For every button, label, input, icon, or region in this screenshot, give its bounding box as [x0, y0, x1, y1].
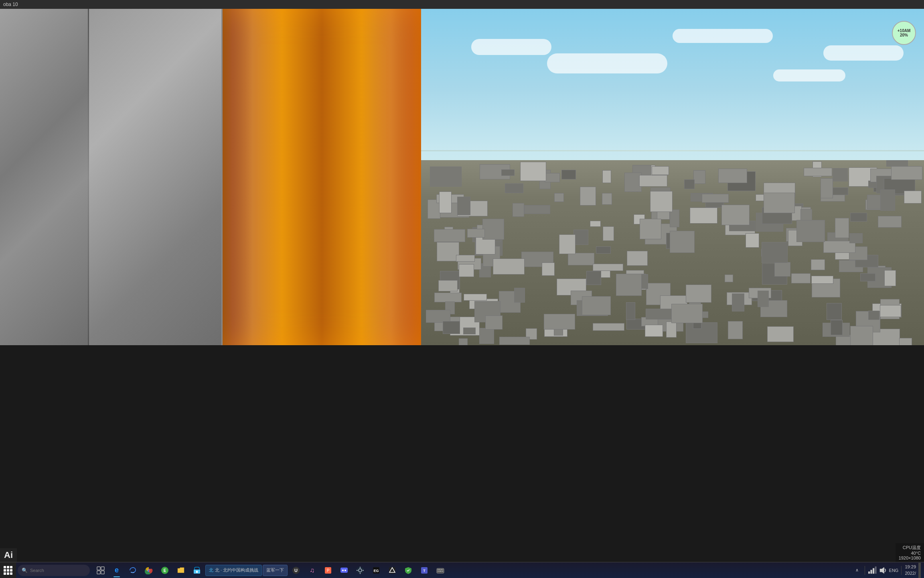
start-button[interactable]: [0, 562, 16, 578]
title-bar: oba 10: [0, 0, 924, 9]
pinned-app2-label: 蓝军一下: [266, 567, 284, 573]
city-block: [860, 273, 875, 282]
teams-icon[interactable]: T: [417, 563, 432, 578]
svg-text:U: U: [294, 568, 298, 573]
city-block: [884, 270, 896, 286]
cloud: [471, 39, 551, 55]
svg-rect-36: [868, 571, 870, 574]
ime-icon[interactable]: ENG: [889, 566, 898, 575]
city-block: [485, 315, 503, 330]
svg-rect-30: [439, 569, 440, 570]
city-block: [520, 162, 546, 181]
start-dot: [4, 572, 6, 575]
start-dot: [4, 569, 6, 572]
svg-rect-29: [438, 569, 439, 570]
start-dot: [7, 566, 9, 568]
wood-glow-right: [373, 9, 421, 345]
city-block: [639, 175, 667, 186]
city-block: [868, 311, 879, 320]
city-block: [886, 160, 908, 166]
epic-icon[interactable]: E: [157, 563, 172, 578]
edge-icon[interactable]: [125, 563, 140, 578]
store-icon[interactable]: [189, 563, 205, 578]
expand-tray-icon[interactable]: ∧: [853, 566, 861, 575]
paint-icon[interactable]: P: [320, 563, 336, 578]
task-view-button[interactable]: [93, 563, 108, 578]
unreal-engine-icon[interactable]: U: [288, 563, 304, 578]
city-block: [693, 170, 705, 183]
city-block: [544, 314, 575, 330]
resolution-label: 1920×1080: [899, 556, 921, 560]
svg-rect-13: [340, 568, 348, 573]
city-block: [467, 229, 485, 238]
city-block: [684, 179, 695, 189]
start-dot: [7, 569, 9, 572]
chrome-icon[interactable]: [141, 563, 156, 578]
city-block: [725, 275, 734, 282]
city-block: [501, 169, 515, 176]
cloud: [823, 45, 904, 61]
clock[interactable]: 19:29 2022/: [905, 564, 916, 576]
svg-rect-8: [196, 571, 198, 573]
epic-games-icon[interactable]: EG: [369, 563, 384, 578]
cpu-overlay: CPU温度 40°C 1920×1080: [896, 543, 924, 562]
elevator-door-panel: [89, 9, 221, 345]
taskbar-separator: [865, 566, 865, 575]
city-block: [821, 178, 833, 198]
city-block: [616, 274, 642, 296]
title-bar-text: oba 10: [3, 2, 18, 7]
city-block: [513, 203, 524, 217]
city-block: [582, 296, 610, 315]
city-block: [670, 231, 695, 253]
volume-icon[interactable]: [879, 566, 888, 575]
show-desktop-button[interactable]: [918, 563, 921, 578]
city-block: [652, 166, 669, 175]
city-block: [438, 280, 458, 292]
city-block: [545, 173, 560, 182]
svg-rect-34: [439, 571, 442, 572]
svg-rect-0: [97, 567, 100, 570]
music-icon[interactable]: ♫: [304, 563, 320, 578]
ie-icon[interactable]: e: [109, 563, 124, 578]
city-block: [850, 326, 873, 345]
clock-time: 19:29: [905, 564, 916, 570]
discord-icon[interactable]: [336, 563, 352, 578]
pinned-app1[interactable]: 北 北 · 北约中国构成挑战: [205, 565, 262, 576]
folder-icon[interactable]: [173, 563, 188, 578]
city-block: [626, 302, 635, 320]
svg-text:EG: EG: [374, 569, 379, 573]
city-block: [586, 271, 601, 285]
svg-rect-31: [441, 569, 442, 570]
city-block: [561, 170, 575, 179]
game-viewport: 26 Call Cancel 135 ▶: [0, 9, 421, 345]
city-block: [524, 205, 550, 214]
city-block: [542, 263, 555, 276]
svg-point-15: [344, 570, 346, 571]
city-block: [459, 338, 468, 345]
city-block: [439, 191, 452, 214]
unity-icon[interactable]: [385, 563, 400, 578]
svg-text:T: T: [423, 569, 426, 573]
shield-icon[interactable]: [401, 563, 416, 578]
start-grid-icon: [4, 566, 12, 575]
city-block: [880, 305, 901, 317]
search-input[interactable]: [30, 568, 86, 573]
pinned-app2[interactable]: 蓝军一下: [263, 565, 288, 576]
city-block: [554, 329, 563, 336]
keyboard-icon[interactable]: [433, 563, 448, 578]
city-block: [718, 169, 747, 183]
network-icon[interactable]: [868, 566, 877, 575]
city-block: [811, 276, 833, 284]
perf-line1: +10AM: [898, 28, 911, 33]
cloud: [547, 53, 667, 73]
steam-icon[interactable]: [353, 563, 368, 578]
city-block: [878, 216, 902, 227]
svg-rect-3: [101, 571, 104, 574]
city-block: [796, 220, 825, 242]
city-block: [811, 259, 825, 271]
city-block: [499, 337, 530, 345]
city-block: [505, 183, 524, 193]
taskbar-search[interactable]: 🔍: [18, 565, 90, 576]
perf-line2: 20%: [900, 33, 908, 37]
city-block: [554, 193, 563, 202]
